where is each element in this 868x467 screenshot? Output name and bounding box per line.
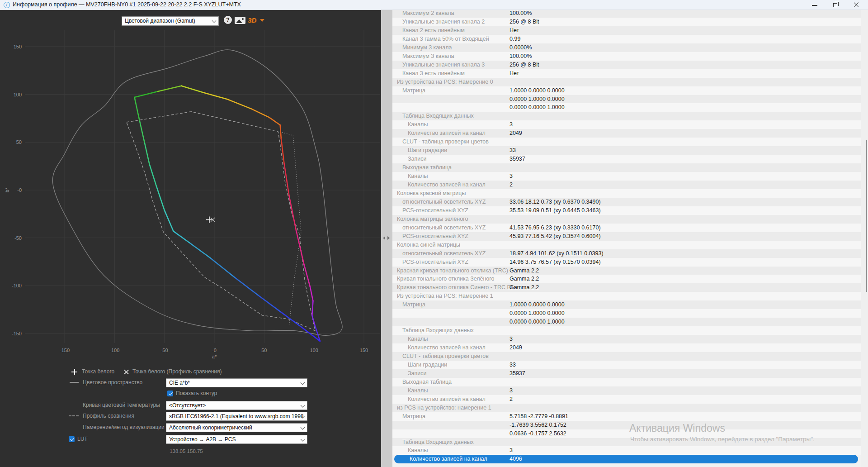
svg-text:50: 50 xyxy=(16,139,22,145)
details-scrollbar[interactable] xyxy=(861,10,868,467)
colorspace-line-icon xyxy=(70,382,79,383)
table-row[interactable]: Каналы3 xyxy=(392,335,861,343)
table-row[interactable]: Шаги градации33 xyxy=(392,361,861,369)
scrollbar-thumb[interactable] xyxy=(866,140,867,292)
gamut-plot[interactable]: -150-100-50-05010015015010050-0-50-100-1… xyxy=(0,10,381,467)
row-value: 3 xyxy=(509,335,513,343)
table-row[interactable]: Уникальные значения канала 2256 @ 8 Bit xyxy=(392,18,861,26)
table-row[interactable]: Количество записей на канал4096 xyxy=(394,455,858,463)
row-label: Максимум 2 канала xyxy=(402,10,454,18)
lut-direction-dropdown[interactable]: Устройство → A2B → PCS xyxy=(166,435,307,444)
row-label: Количество записей на канал xyxy=(408,129,486,138)
table-row[interactable]: CLUT - таблица проверки цветов xyxy=(392,352,861,361)
lut-checkbox[interactable] xyxy=(69,436,75,442)
table-row[interactable]: Количество записей на канал2 xyxy=(392,395,861,404)
minimize-button[interactable] xyxy=(806,0,824,10)
close-button[interactable] xyxy=(847,0,865,10)
row-value: Gamma 2.2 xyxy=(509,283,539,292)
temp-curve-dropdown[interactable]: <Отсутствует> xyxy=(166,401,307,410)
row-label: Колонка синей матрицы xyxy=(397,241,460,249)
table-row[interactable]: относительный осветитель XYZ18.97 4.94 1… xyxy=(392,249,861,258)
save-image-icon[interactable] xyxy=(235,17,245,24)
comparison-profile-dropdown[interactable]: sRGB IEC61966-2.1 (Equivalent to www.srg… xyxy=(166,412,307,421)
table-row[interactable]: Кривая тонального отклика ЗелёногоGamma … xyxy=(392,275,861,283)
table-row[interactable]: Канал 3 гамма 50% от Входящей0.99 xyxy=(392,35,861,43)
table-row[interactable]: Каналы3 xyxy=(392,120,861,129)
table-row[interactable]: PCS-относительный XYZ35.53 19.09 0.51 (x… xyxy=(392,206,861,215)
table-row[interactable]: Каналы3 xyxy=(392,386,861,395)
table-row[interactable]: Из устройства на PCS: Намерение 0 xyxy=(392,78,861,86)
table-row[interactable]: 0.0000 1.0000 0.0000 xyxy=(392,309,861,318)
table-row[interactable]: Выходная таблица xyxy=(392,163,861,172)
row-value: 3 xyxy=(509,446,513,455)
table-row[interactable]: PCS-относительный XYZ14.96 3.75 76.57 (x… xyxy=(392,258,861,267)
table-row[interactable]: Колонка матрицы зелёного xyxy=(392,215,861,224)
table-row[interactable]: Записи35937 xyxy=(392,155,861,163)
table-row[interactable]: Колонка красной матрицы xyxy=(392,189,861,198)
lut-label: LUT xyxy=(77,435,88,443)
table-row[interactable]: Минимум 3 канала0.0000% xyxy=(392,43,861,52)
row-label: Кривая тонального отклика Синего - TRC B… xyxy=(397,283,519,292)
table-row[interactable]: Количество записей на канал2 xyxy=(392,181,861,189)
table-row[interactable]: из PCS на устройство: намерение 1 xyxy=(392,404,861,412)
lut-direction-dropdown-value: Устройство → A2B → PCS xyxy=(169,436,236,443)
table-row[interactable]: Таблица Входящих данных xyxy=(392,112,861,120)
row-label: Шаги градации xyxy=(408,361,447,369)
svg-text:100: 100 xyxy=(14,92,22,97)
table-row[interactable]: Максимум 3 канала100.00% xyxy=(392,52,861,61)
table-row[interactable]: Матрица1.0000 0.0000 0.0000 xyxy=(392,86,861,95)
table-row[interactable]: Каналы3 xyxy=(392,172,861,181)
table-row[interactable]: Канал 2 есть линейнымНет xyxy=(392,26,861,35)
table-row[interactable]: PCS-относительный XYZ45.93 77.16 5.42 (x… xyxy=(392,232,861,241)
temp-curve-dropdown-value: <Отсутствует> xyxy=(169,402,206,409)
row-value: 100.00% xyxy=(509,10,532,18)
table-row[interactable]: 0.0000 1.0000 0.0000 xyxy=(392,95,861,104)
svg-text:-150: -150 xyxy=(12,331,22,336)
table-row[interactable]: Уникальные значения канала 3256 @ 8 Bit xyxy=(392,61,861,69)
activation-watermark-title: Активация Windows xyxy=(629,422,725,434)
rendering-intent-dropdown[interactable]: Абсолютный колориметрический xyxy=(166,423,307,432)
row-label: Выходная таблица xyxy=(402,163,452,172)
table-row[interactable]: Канал 3 есть линейнымНет xyxy=(392,69,861,78)
rendering-intent-label: Намерение/метод визуализации xyxy=(83,423,165,432)
show-outline-checkbox[interactable] xyxy=(167,391,173,396)
table-row[interactable]: -1.7639 3.5562 0.1752 xyxy=(392,421,861,429)
table-row[interactable]: Матрица1.0000 0.0000 0.0000 xyxy=(392,300,861,309)
table-row[interactable]: Шаги градации33 xyxy=(392,146,861,155)
row-label: Колонка матрицы зелёного xyxy=(397,215,468,224)
row-value: Нет xyxy=(509,69,519,78)
table-row[interactable]: Таблица Входящих данных xyxy=(392,326,861,335)
table-row[interactable]: относительный осветитель XYZ33.06 18.12 … xyxy=(392,198,861,206)
table-row[interactable]: Выходная таблица xyxy=(392,378,861,386)
threed-view-button[interactable]: 3D xyxy=(248,16,256,24)
row-label: Матрица xyxy=(402,86,425,95)
table-row[interactable]: Каналы3 xyxy=(392,446,861,455)
panel-splitter[interactable] xyxy=(381,10,392,467)
threed-caret-icon[interactable] xyxy=(260,19,264,22)
svg-text:150: 150 xyxy=(360,348,368,353)
table-row[interactable]: Количество записей на канал2049 xyxy=(392,129,861,138)
table-row[interactable]: Матрица5.7158 -2.7779 -0.8891 xyxy=(392,412,861,421)
help-icon[interactable]: ? xyxy=(224,16,232,24)
row-value: -1.7639 3.5562 0.1752 xyxy=(509,421,566,429)
plot-view-dropdown[interactable]: Цветовой диапазон (Gamut) xyxy=(122,16,219,26)
table-row[interactable]: 0.0000 0.0000 1.0000 xyxy=(392,318,861,326)
table-row[interactable]: Количество записей на канал2049 xyxy=(392,343,861,352)
row-value: 2049 xyxy=(509,343,522,352)
table-row[interactable]: CLUT - таблица проверки цветов xyxy=(392,138,861,146)
table-row[interactable]: Из устройства на PCS: Намерение 1 xyxy=(392,292,861,300)
row-value: 35937 xyxy=(509,369,525,378)
chevron-down-icon xyxy=(301,403,305,408)
splitter-grip-icon[interactable] xyxy=(383,235,391,241)
table-row[interactable]: Записи35937 xyxy=(392,369,861,378)
table-row[interactable]: Максимум 2 канала100.00% xyxy=(392,10,861,18)
restore-button[interactable] xyxy=(826,0,844,10)
row-label: Таблица Входящих данных xyxy=(402,326,474,335)
table-row[interactable]: относительный осветитель XYZ41.53 76.95 … xyxy=(392,224,861,232)
table-row[interactable]: Красная кривая тонального отклика (TRC)G… xyxy=(392,267,861,275)
temp-curve-label: Кривая цветовой температуры xyxy=(83,401,160,410)
table-row[interactable]: Колонка синей матрицы xyxy=(392,241,861,249)
colorspace-dropdown[interactable]: CIE a*b* xyxy=(166,378,307,387)
table-row[interactable]: Кривая тонального отклика Синего - TRC B… xyxy=(392,283,861,292)
table-row[interactable]: 0.0000 0.0000 1.0000 xyxy=(392,103,861,112)
